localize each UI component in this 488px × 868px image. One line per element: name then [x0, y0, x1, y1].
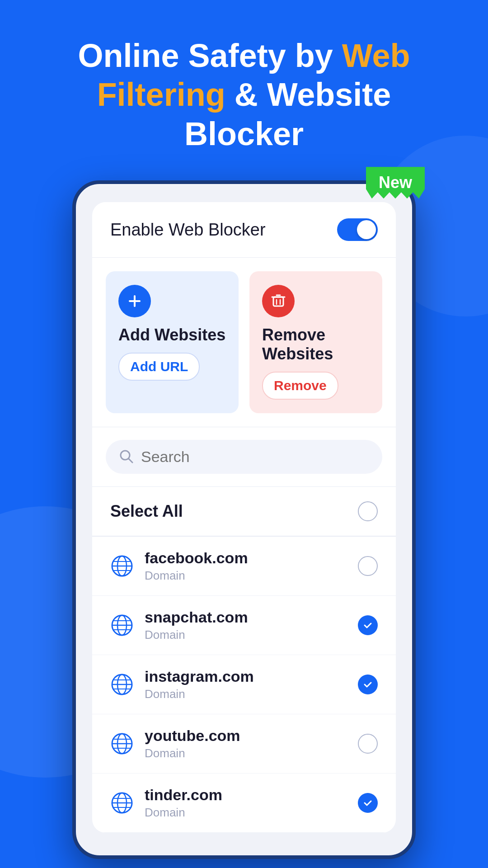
svg-line-8	[129, 459, 132, 462]
remove-button[interactable]: Remove	[262, 372, 338, 400]
page-headline: Online Safety by Web Filtering & Website…	[78, 36, 410, 153]
select-all-checkbox[interactable]	[358, 501, 378, 521]
website-info-tinder: tinder.com Domain	[145, 786, 347, 820]
page-container: Online Safety by Web Filtering & Website…	[0, 0, 488, 868]
website-type: Domain	[145, 687, 347, 701]
website-info-facebook: facebook.com Domain	[145, 549, 347, 583]
website-type: Domain	[145, 746, 347, 760]
new-badge: New	[366, 167, 425, 198]
website-item-tinder[interactable]: tinder.com Domain	[92, 774, 396, 833]
search-icon	[118, 448, 134, 466]
action-cards-row: Add Websites Add URL	[92, 258, 396, 427]
search-section	[92, 427, 396, 487]
enable-web-blocker-label: Enable Web Blocker	[110, 220, 266, 240]
select-all-label: Select All	[110, 502, 183, 521]
website-type: Domain	[145, 806, 347, 820]
globe-icon	[110, 732, 134, 755]
website-checkbox-instagram[interactable]	[358, 675, 378, 694]
website-type: Domain	[145, 569, 347, 583]
website-domain: tinder.com	[145, 786, 347, 804]
remove-websites-card: Remove Websites Remove	[249, 271, 382, 413]
globe-icon	[110, 673, 134, 696]
add-websites-icon	[118, 285, 151, 317]
website-domain: youtube.com	[145, 727, 347, 745]
svg-rect-2	[273, 297, 283, 306]
website-checkbox-facebook[interactable]	[358, 556, 378, 576]
globe-icon	[110, 791, 134, 815]
website-info-snapchat: snapchat.com Domain	[145, 609, 347, 642]
website-item-youtube[interactable]: youtube.com Domain	[92, 714, 396, 774]
website-checkbox-snapchat[interactable]	[358, 615, 378, 635]
website-domain: facebook.com	[145, 549, 347, 567]
phone-content: Enable Web Blocker Add Websites	[92, 202, 396, 833]
phone-frame: Enable Web Blocker Add Websites	[72, 180, 416, 859]
search-box	[106, 440, 382, 474]
add-websites-title: Add Websites	[118, 326, 226, 344]
website-item-facebook[interactable]: facebook.com Domain	[92, 537, 396, 596]
website-checkbox-youtube[interactable]	[358, 734, 378, 754]
globe-icon	[110, 554, 134, 578]
web-blocker-toggle[interactable]	[337, 218, 378, 241]
remove-websites-title: Remove Websites	[262, 326, 370, 363]
website-list: facebook.com Domain	[92, 537, 396, 833]
add-url-button[interactable]: Add URL	[118, 353, 200, 381]
website-info-youtube: youtube.com Domain	[145, 727, 347, 760]
phone-wrapper: New Enable Web Blocker	[72, 180, 416, 859]
website-domain: instagram.com	[145, 668, 347, 685]
website-type: Domain	[145, 628, 347, 642]
website-checkbox-tinder[interactable]	[358, 793, 378, 813]
enable-web-blocker-row: Enable Web Blocker	[92, 202, 396, 258]
add-websites-card: Add Websites Add URL	[106, 271, 239, 413]
search-input[interactable]	[141, 448, 370, 466]
select-all-row[interactable]: Select All	[92, 487, 396, 537]
website-item-snapchat[interactable]: snapchat.com Domain	[92, 596, 396, 655]
website-domain: snapchat.com	[145, 609, 347, 626]
website-info-instagram: instagram.com Domain	[145, 668, 347, 701]
remove-websites-icon	[262, 285, 295, 317]
globe-icon	[110, 613, 134, 637]
website-item-instagram[interactable]: instagram.com Domain	[92, 655, 396, 714]
